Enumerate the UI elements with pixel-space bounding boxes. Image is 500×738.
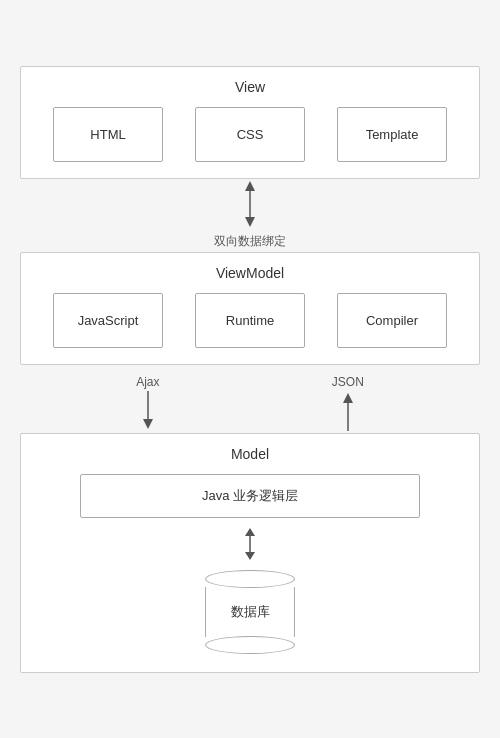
viewmodel-title: ViewModel xyxy=(37,265,463,281)
svg-marker-9 xyxy=(245,552,255,560)
json-label: JSON xyxy=(332,375,364,389)
db-label: 数据库 xyxy=(231,603,270,621)
view-item-css: CSS xyxy=(195,107,305,162)
json-arrow xyxy=(338,391,358,431)
model-title: Model xyxy=(37,446,463,462)
view-title: View xyxy=(37,79,463,95)
view-item-html: HTML xyxy=(53,107,163,162)
viewmodel-layer: ViewModel JavaScript Runtime Compiler xyxy=(20,252,480,365)
bidirectional-label: 双向数据绑定 xyxy=(214,233,286,250)
diagram: View HTML CSS Template 双向数据绑定 ViewModel … xyxy=(20,46,480,693)
cylinder-top xyxy=(205,570,295,588)
bidirectional-arrow xyxy=(240,179,260,229)
ajax-arrow xyxy=(138,391,158,431)
json-arrow-col: JSON xyxy=(332,371,364,431)
middle-arrow-section: 双向数据绑定 xyxy=(20,179,480,252)
svg-marker-5 xyxy=(343,393,353,403)
viewmodel-item-compiler: Compiler xyxy=(337,293,447,348)
ajax-arrow-col: Ajax xyxy=(136,371,159,431)
java-box: Java 业务逻辑层 xyxy=(80,474,420,518)
svg-marker-7 xyxy=(245,528,255,536)
ajax-label: Ajax xyxy=(136,375,159,389)
svg-marker-4 xyxy=(143,419,153,429)
model-db-arrow xyxy=(240,526,260,562)
viewmodel-item-js: JavaScript xyxy=(53,293,163,348)
view-item-template: Template xyxy=(337,107,447,162)
split-arrows: Ajax JSON xyxy=(20,365,480,433)
cylinder-bottom xyxy=(205,636,295,654)
model-layer: Model Java 业务逻辑层 数据库 xyxy=(20,433,480,673)
svg-marker-0 xyxy=(245,181,255,191)
svg-marker-2 xyxy=(245,217,255,227)
viewmodel-items-row: JavaScript Runtime Compiler xyxy=(37,293,463,348)
view-layer: View HTML CSS Template xyxy=(20,66,480,179)
database-cylinder: 数据库 xyxy=(205,570,295,656)
view-items-row: HTML CSS Template xyxy=(37,107,463,162)
cylinder-body: 数据库 xyxy=(205,587,295,637)
model-inner: Java 业务逻辑层 数据库 xyxy=(37,474,463,656)
viewmodel-item-runtime: Runtime xyxy=(195,293,305,348)
